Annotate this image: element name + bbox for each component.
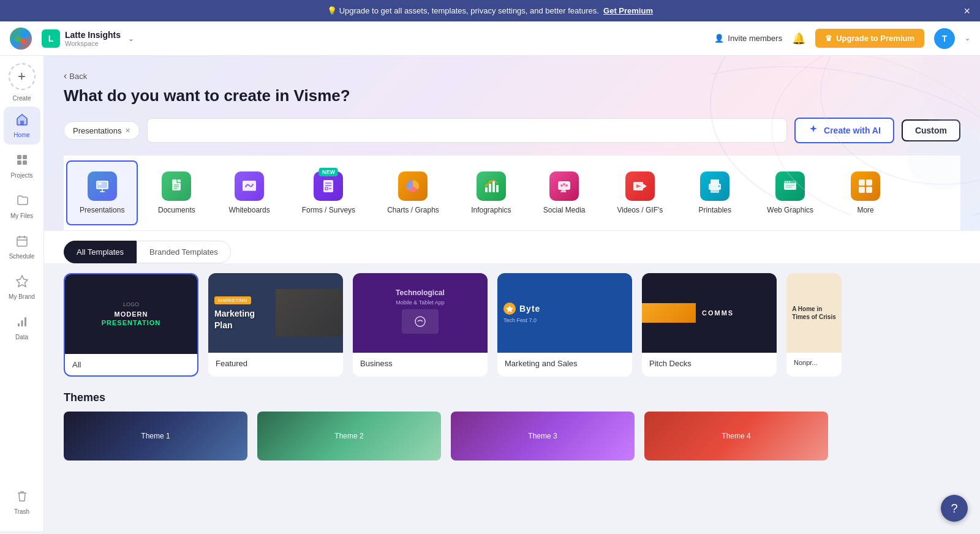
new-badge: NEW (319, 168, 338, 176)
sidebar-create-label: Create (12, 95, 31, 102)
template-category-business[interactable]: Technological Mobile & Tablet App Busine… (353, 273, 488, 377)
svg-rect-37 (492, 181, 495, 192)
template-category-marketing[interactable]: Byte Tech Fest 7.0 Marketing and Sales (497, 273, 632, 377)
home-icon (15, 113, 29, 129)
category-charts[interactable]: Charts / Graphs (374, 160, 453, 225)
sidebar-mybrand-label: My Brand (9, 293, 35, 300)
themes-section: Themes Theme 1 Theme 2 Theme 3 Theme 4 (44, 391, 980, 470)
sidebar-item-data[interactable]: Data (4, 309, 40, 347)
template-category-pitch[interactable]: COMMS Pitch Decks (642, 273, 777, 377)
filter-remove-icon[interactable]: × (126, 126, 130, 135)
svg-point-42 (560, 184, 563, 187)
workspace-text: Latte Insights Workspace (65, 30, 121, 47)
sidebar-item-schedule[interactable]: Schedule (4, 228, 40, 266)
sidebar-item-trash[interactable]: Trash (4, 483, 40, 521)
help-button[interactable]: ? (941, 495, 968, 522)
sidebar-item-create[interactable]: + Create (9, 61, 36, 104)
sidebar-schedule-label: Schedule (9, 253, 35, 260)
svg-rect-10 (18, 323, 20, 326)
template-thumb-marketing: Byte Tech Fest 7.0 (497, 273, 632, 353)
svg-rect-5 (23, 155, 27, 159)
social-icon (549, 171, 579, 201)
template-categories-section: LOGO MODERNPRESENTATION All MARKETING Ma… (44, 263, 980, 391)
svg-point-2 (20, 38, 26, 44)
theme-card-4[interactable]: Theme 4 (644, 412, 828, 461)
sidebar-item-mybrand[interactable]: My Brand (4, 268, 40, 306)
svg-rect-6 (17, 160, 21, 165)
create-plus-icon: + (18, 69, 26, 85)
svg-rect-4 (17, 155, 21, 159)
svg-point-63 (415, 317, 425, 326)
template-categories-scroll: LOGO MODERNPRESENTATION All MARKETING Ma… (64, 273, 960, 382)
header-actions: 👤 Invite members 🔔 ♛ Upgrade to Premium … (714, 28, 970, 49)
svg-rect-12 (24, 317, 26, 326)
help-button-container: ? (941, 495, 968, 522)
sidebar-item-home[interactable]: Home (4, 107, 40, 145)
sidebar-item-myfiles[interactable]: My Files (4, 187, 40, 225)
category-label-charts: Charts / Graphs (387, 206, 439, 214)
category-whiteboards[interactable]: Whiteboards (215, 160, 283, 225)
hero-decoration (588, 56, 980, 215)
template-category-nonprofit[interactable]: A Home inTimes of Crisis Nonpr... (786, 273, 842, 377)
get-premium-link[interactable]: Get Premium (603, 6, 653, 15)
sidebar-trash-label: Trash (14, 508, 29, 515)
category-label-infographics: Infographics (471, 206, 511, 214)
tabs-section: All Templates Branded Templates (44, 231, 980, 263)
svg-rect-22 (98, 182, 102, 185)
category-forms[interactable]: NEW Forms / Surveys (288, 160, 369, 225)
mybrand-icon (15, 274, 29, 291)
template-category-name-business: Business (353, 353, 488, 374)
whiteboards-icon (235, 171, 264, 201)
template-category-name-pitch: Pitch Decks (642, 353, 777, 374)
template-thumb-business: Technological Mobile & Tablet App (353, 273, 488, 353)
tab-branded-templates[interactable]: Branded Templates (137, 241, 231, 263)
sidebar-bottom: Trash (4, 478, 40, 526)
workspace-chevron-icon: ⌄ (128, 34, 134, 43)
theme-card-3[interactable]: Theme 3 (451, 412, 635, 461)
template-category-name-all: All (65, 354, 197, 375)
svg-rect-36 (489, 184, 491, 192)
svg-point-44 (565, 184, 568, 187)
template-tabs: All Templates Branded Templates (64, 241, 960, 263)
banner-bulb-icon: 💡 (327, 6, 337, 15)
projects-icon (15, 153, 29, 170)
theme-card-2[interactable]: Theme 2 (257, 412, 441, 461)
trash-icon (15, 489, 29, 506)
workspace-selector[interactable]: L Latte Insights Workspace ⌄ (42, 29, 134, 48)
myfiles-icon (15, 194, 29, 210)
template-category-featured[interactable]: MARKETING MarketingPlan Featured (208, 273, 343, 377)
themes-scroll: Theme 1 Theme 2 Theme 3 Theme 4 (64, 412, 960, 461)
upgrade-button[interactable]: ♛ Upgrade to Premium (815, 29, 924, 48)
main-content: ‹ Back What do you want to create in Vis… (44, 56, 980, 531)
category-infographics[interactable]: Infographics (458, 160, 525, 225)
svg-point-43 (563, 183, 565, 186)
filter-tag-label: Presentations (73, 126, 122, 135)
app-header: L Latte Insights Workspace ⌄ 👤 Invite me… (0, 21, 980, 56)
bell-icon: 🔔 (792, 32, 805, 45)
template-category-name-nonprofit: Nonpr... (786, 353, 842, 372)
category-documents[interactable]: Documents (143, 160, 210, 225)
svg-point-17 (907, 117, 980, 190)
sidebar-item-projects[interactable]: Projects (4, 147, 40, 185)
category-label-forms: Forms / Surveys (302, 206, 355, 214)
template-category-name-featured: Featured (208, 353, 343, 374)
category-label-documents: Documents (158, 206, 195, 214)
template-category-all[interactable]: LOGO MODERNPRESENTATION All (64, 273, 198, 377)
svg-rect-8 (17, 237, 27, 246)
category-label-social: Social Media (543, 206, 586, 214)
schedule-icon (15, 234, 29, 250)
create-circle-button[interactable]: + (9, 63, 36, 90)
crown-icon: ♛ (825, 34, 832, 43)
banner-close-icon[interactable]: × (963, 4, 970, 17)
template-thumb-all: LOGO MODERNPRESENTATION (65, 274, 197, 354)
user-avatar-button[interactable]: T (934, 28, 955, 49)
infographics-icon (477, 171, 506, 201)
svg-rect-3 (20, 121, 24, 125)
presentations-filter-tag[interactable]: Presentations × (64, 121, 140, 140)
invite-members-button[interactable]: 👤 Invite members (714, 34, 782, 43)
workspace-logo: L (42, 29, 60, 48)
tab-all-templates[interactable]: All Templates (64, 241, 137, 263)
category-presentations[interactable]: Presentations (66, 160, 138, 225)
notifications-button[interactable]: 🔔 (792, 32, 805, 45)
theme-card-1[interactable]: Theme 1 (64, 412, 247, 461)
